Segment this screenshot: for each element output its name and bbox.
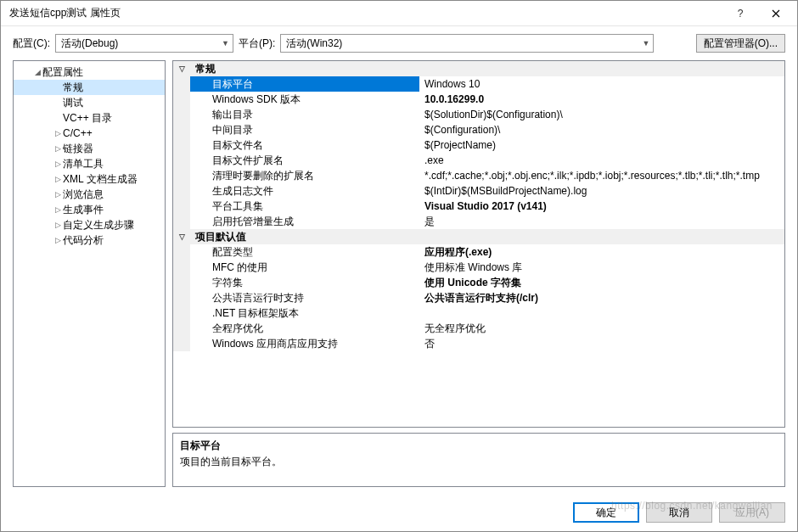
property-name: 输出目录 xyxy=(190,107,419,122)
platform-label: 平台(P): xyxy=(239,36,275,51)
property-grid: ▽常规目标平台Windows 10Windows SDK 版本10.0.1629… xyxy=(172,60,785,428)
help-button[interactable]: ? xyxy=(722,2,758,25)
property-name: 目标文件扩展名 xyxy=(190,153,419,168)
close-icon xyxy=(772,9,780,18)
property-value[interactable]: Visual Studio 2017 (v141) xyxy=(419,199,784,214)
tree-item[interactable]: ▷XML 文档生成器 xyxy=(14,171,165,187)
property-row[interactable]: 公共语言运行时支持公共语言运行时支持(/clr) xyxy=(173,290,784,305)
config-combo[interactable]: 活动(Debug) ▼ xyxy=(55,34,233,53)
expand-icon: ▷ xyxy=(53,221,63,229)
tree-item-label: 常规 xyxy=(63,81,83,95)
chevron-down-icon: ▼ xyxy=(637,39,649,48)
property-name: 中间目录 xyxy=(190,122,419,137)
tree-item[interactable]: ▷链接器 xyxy=(14,141,165,156)
right-pane: ▽常规目标平台Windows 10Windows SDK 版本10.0.1629… xyxy=(172,60,785,487)
gutter xyxy=(173,107,190,122)
tree-item[interactable]: 调试 xyxy=(14,95,165,110)
property-row[interactable]: 字符集使用 Unicode 字符集 xyxy=(173,275,784,290)
property-value[interactable] xyxy=(419,305,784,321)
property-value[interactable]: $(SolutionDir)$(Configuration)\ xyxy=(419,107,784,122)
nav-tree[interactable]: ◢ 配置属性 常规调试VC++ 目录▷C/C++▷链接器▷清单工具▷XML 文档… xyxy=(13,60,166,487)
grid-body[interactable]: ▽常规目标平台Windows 10Windows SDK 版本10.0.1629… xyxy=(173,61,784,427)
property-value[interactable]: 应用程序(.exe) xyxy=(419,244,784,260)
property-row[interactable]: 配置类型应用程序(.exe) xyxy=(173,244,784,260)
category-row[interactable]: ▽常规 xyxy=(173,61,784,76)
property-row[interactable]: 清理时要删除的扩展名*.cdf;*.cache;*.obj;*.obj.enc;… xyxy=(173,168,784,183)
property-name: Windows SDK 版本 xyxy=(190,92,419,107)
tree-item-label: 生成事件 xyxy=(63,203,104,217)
tree-item-label: XML 文档生成器 xyxy=(63,172,138,187)
property-value[interactable]: 无全程序优化 xyxy=(419,321,784,336)
property-row[interactable]: 目标文件名$(ProjectName) xyxy=(173,137,784,153)
property-name: 公共语言运行时支持 xyxy=(190,290,419,305)
property-row[interactable]: 启用托管增量生成是 xyxy=(173,214,784,229)
property-name: 生成日志文件 xyxy=(190,183,419,199)
property-value[interactable]: *.cdf;*.cache;*.obj;*.obj.enc;*.ilk;*.ip… xyxy=(419,168,784,183)
expand-icon: ▷ xyxy=(53,175,63,183)
expand-icon: ▷ xyxy=(53,190,63,199)
gutter xyxy=(173,76,190,92)
property-row[interactable]: 平台工具集Visual Studio 2017 (v141) xyxy=(173,199,784,214)
property-row[interactable]: 目标平台Windows 10 xyxy=(173,76,784,92)
property-row[interactable]: 生成日志文件$(IntDir)$(MSBuildProjectName).log xyxy=(173,183,784,199)
category-label: 常规 xyxy=(190,61,419,76)
cancel-button[interactable]: 取消 xyxy=(646,502,712,523)
category-row[interactable]: ▽项目默认值 xyxy=(173,229,784,244)
property-row[interactable]: 输出目录$(SolutionDir)$(Configuration)\ xyxy=(173,107,784,122)
property-value[interactable]: 10.0.16299.0 xyxy=(419,92,784,107)
property-row[interactable]: 目标文件扩展名.exe xyxy=(173,153,784,168)
window-title: 发送短信cpp测试 属性页 xyxy=(9,6,722,20)
desc-title: 目标平台 xyxy=(180,439,778,453)
property-value[interactable]: $(IntDir)$(MSBuildProjectName).log xyxy=(419,183,784,199)
desc-text: 项目的当前目标平台。 xyxy=(180,455,778,469)
config-toolbar: 配置(C): 活动(Debug) ▼ 平台(P): 活动(Win32) ▼ 配置… xyxy=(1,26,797,60)
property-name: 启用托管增量生成 xyxy=(190,214,419,229)
gutter xyxy=(173,275,190,290)
config-label: 配置(C): xyxy=(13,36,50,51)
property-value[interactable]: 使用 Unicode 字符集 xyxy=(419,275,784,290)
property-value[interactable]: Windows 10 xyxy=(419,76,784,92)
property-value[interactable]: 使用标准 Windows 库 xyxy=(419,260,784,275)
property-value[interactable]: 公共语言运行时支持(/clr) xyxy=(419,290,784,305)
property-pages-dialog: 发送短信cpp测试 属性页 ? 配置(C): 活动(Debug) ▼ 平台(P)… xyxy=(0,0,798,532)
gutter xyxy=(173,290,190,305)
collapse-icon: ▽ xyxy=(173,61,190,76)
property-row[interactable]: Windows 应用商店应用支持否 xyxy=(173,336,784,351)
tree-item[interactable]: ▷代码分析 xyxy=(14,232,165,248)
tree-item[interactable]: ▷自定义生成步骤 xyxy=(14,217,165,232)
property-row[interactable]: .NET 目标框架版本 xyxy=(173,305,784,321)
property-value[interactable]: 否 xyxy=(419,336,784,351)
property-value[interactable]: 是 xyxy=(419,214,784,229)
property-name: 平台工具集 xyxy=(190,199,419,214)
property-value[interactable]: .exe xyxy=(419,153,784,168)
property-row[interactable]: 中间目录$(Configuration)\ xyxy=(173,122,784,137)
property-row[interactable]: MFC 的使用使用标准 Windows 库 xyxy=(173,260,784,275)
expand-icon: ▷ xyxy=(53,160,63,168)
tree-item[interactable]: VC++ 目录 xyxy=(14,110,165,126)
gutter xyxy=(173,305,190,321)
tree-item-label: C/C++ xyxy=(63,127,93,139)
ok-button[interactable]: 确定 xyxy=(573,502,639,523)
gutter xyxy=(173,260,190,275)
tree-item[interactable]: ▷清单工具 xyxy=(14,156,165,171)
property-value[interactable]: $(ProjectName) xyxy=(419,137,784,153)
tree-item[interactable]: ▷生成事件 xyxy=(14,202,165,217)
tree-item[interactable]: 常规 xyxy=(14,80,165,95)
platform-combo[interactable]: 活动(Win32) ▼ xyxy=(280,34,654,53)
gutter xyxy=(173,321,190,336)
config-value: 活动(Debug) xyxy=(61,36,118,51)
property-row[interactable]: 全程序优化无全程序优化 xyxy=(173,321,784,336)
property-row[interactable]: Windows SDK 版本10.0.16299.0 xyxy=(173,92,784,107)
property-value[interactable]: $(Configuration)\ xyxy=(419,122,784,137)
tree-item[interactable]: ▷C/C++ xyxy=(14,126,165,141)
close-button[interactable] xyxy=(758,2,794,25)
gutter xyxy=(173,168,190,183)
tree-item[interactable]: ▷浏览信息 xyxy=(14,187,165,202)
tree-root[interactable]: ◢ 配置属性 xyxy=(14,64,165,80)
category-label: 项目默认值 xyxy=(190,229,419,244)
gutter xyxy=(173,214,190,229)
property-name: 字符集 xyxy=(190,275,419,290)
apply-button[interactable]: 应用(A) xyxy=(719,502,785,523)
tree-item-label: 调试 xyxy=(63,96,83,110)
config-manager-button[interactable]: 配置管理器(O)... xyxy=(696,34,785,53)
